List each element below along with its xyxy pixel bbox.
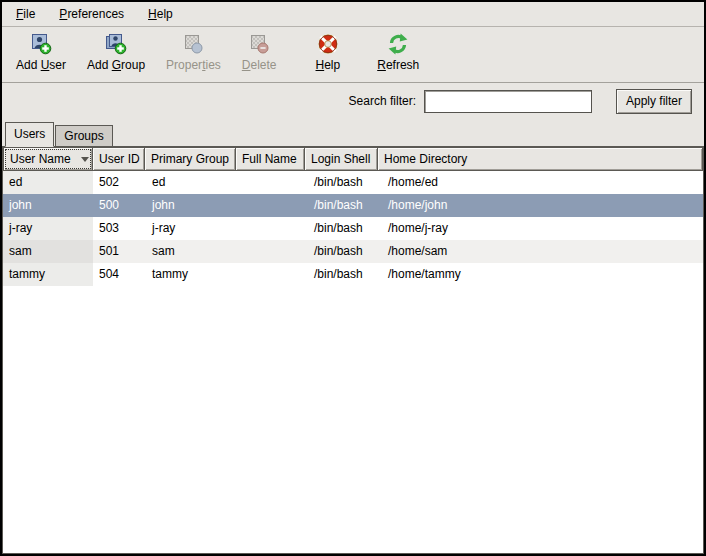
search-filter-input[interactable]: [424, 90, 592, 113]
table-row-sam[interactable]: sam 501 sam /bin/bash /home/sam: [3, 240, 703, 263]
tab-users[interactable]: Users: [5, 122, 54, 147]
properties-icon: [181, 32, 205, 56]
add-user-button[interactable]: Add User: [12, 31, 70, 73]
properties-button: Properties: [162, 31, 225, 73]
menu-preferences[interactable]: Preferences: [51, 4, 132, 24]
user-manager-window: File Preferences Help Add User: [0, 0, 706, 556]
table-row-ed[interactable]: ed 502 ed /bin/bash /home/ed: [3, 171, 703, 194]
toolbar: Add User Add Group: [2, 27, 704, 83]
add-group-icon: [104, 32, 128, 56]
column-header-login-shell[interactable]: Login Shell: [304, 147, 378, 171]
sort-down-icon: [81, 157, 89, 162]
delete-label: Delete: [242, 58, 277, 72]
delete-button: Delete: [238, 31, 281, 73]
table-row-tammy[interactable]: tammy 504 tammy /bin/bash /home/tammy: [3, 263, 703, 286]
column-header-user-id[interactable]: User ID: [92, 147, 145, 171]
users-table: User Name User ID Primary Group Full Nam…: [2, 147, 704, 554]
menu-bar: File Preferences Help: [2, 2, 704, 27]
table-empty-area: [3, 286, 703, 553]
add-group-label: Add Group: [87, 58, 145, 72]
search-filter-row: Search filter: Apply filter: [2, 83, 704, 119]
properties-label: Properties: [166, 58, 221, 72]
table-row-j-ray[interactable]: j-ray 503 j-ray /bin/bash /home/j-ray: [3, 217, 703, 240]
tab-groups[interactable]: Groups: [55, 125, 112, 146]
table-row-john-selected[interactable]: john 500 john /bin/bash /home/john: [3, 194, 703, 217]
tab-strip: Users Groups: [2, 119, 704, 147]
apply-filter-button[interactable]: Apply filter: [616, 89, 692, 114]
add-group-button[interactable]: Add Group: [83, 31, 149, 73]
help-button[interactable]: Help: [312, 31, 345, 73]
add-user-icon: [29, 32, 53, 56]
menu-file[interactable]: File: [8, 4, 43, 24]
menu-help[interactable]: Help: [140, 4, 181, 24]
refresh-label: Refresh: [377, 58, 419, 72]
column-header-home-directory[interactable]: Home Directory: [377, 147, 703, 171]
column-header-user-name[interactable]: User Name: [3, 147, 93, 171]
column-header-full-name[interactable]: Full Name: [235, 147, 305, 171]
help-label: Help: [316, 58, 341, 72]
search-filter-label: Search filter:: [349, 94, 416, 108]
delete-icon: [247, 32, 271, 56]
table-header-row: User Name User ID Primary Group Full Nam…: [3, 147, 703, 171]
add-user-label: Add User: [16, 58, 66, 72]
refresh-icon: [386, 32, 410, 56]
column-header-primary-group[interactable]: Primary Group: [144, 147, 236, 171]
help-icon: [316, 32, 340, 56]
table-body: ed 502 ed /bin/bash /home/ed john 500 jo…: [3, 171, 703, 553]
refresh-button[interactable]: Refresh: [373, 31, 423, 73]
